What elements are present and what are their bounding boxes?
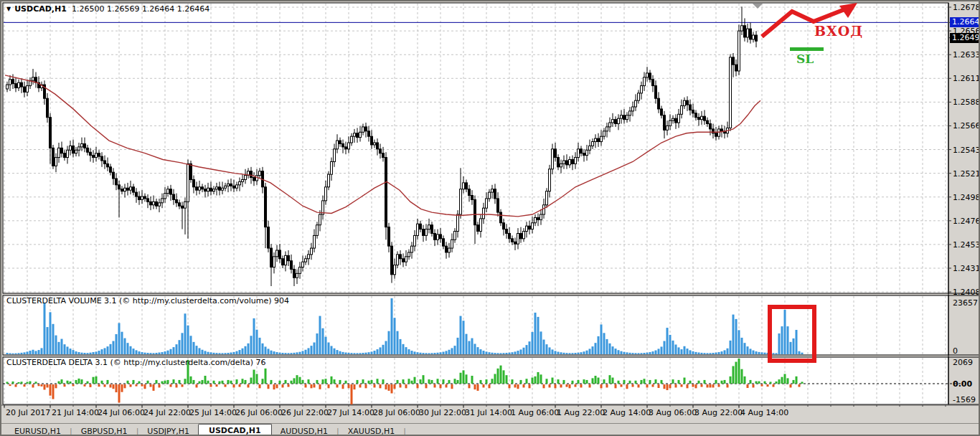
symbol-tab-bar[interactable]: EURUSD,H1|GBPUSD,H1|USDJPY,H1USDCAD,H1AU…	[1, 423, 979, 436]
tab-xauusd-h1[interactable]: XAUUSD,H1	[339, 425, 403, 436]
price-axis-label: 1.24760	[953, 216, 980, 225]
time-axis-label: 24 Jul 22:00	[143, 409, 191, 417]
stop-loss-annotation-label[interactable]: SL	[796, 52, 814, 66]
tab-usdcad-h1[interactable]: USDCAD,H1	[198, 424, 272, 436]
volume-axis-max-label: 23657	[953, 298, 978, 308]
price-axis-label: 1.24310	[953, 264, 980, 273]
chart-svg	[1, 1, 980, 436]
price-axis-label: 1.26785	[953, 3, 980, 12]
tab-separator: |	[403, 427, 406, 436]
time-axis-label: 3 Aug 22:00	[694, 409, 743, 417]
stop-loss-line[interactable]	[790, 47, 824, 51]
last-price-box: 1.26495	[950, 33, 980, 43]
volume-indicator-label: CLUSTERDELTA VOLUME 3.1 (© http://my.clu…	[6, 297, 289, 305]
time-axis-label: 30 Jul 22:00	[419, 409, 466, 417]
symbol-label: USDCAD,H1	[14, 4, 67, 14]
price-axis-label: 1.25660	[953, 121, 980, 131]
time-axis-label: 27 Jul 14:00	[327, 409, 374, 417]
symbol-dropdown-icon[interactable]: ▼	[6, 6, 11, 12]
time-axis-label: 20 Jul 2017	[6, 409, 50, 417]
chart-window: ▼USDCAD,H1 1.26500 1.26569 1.26464 1.264…	[0, 0, 980, 436]
tab-audusd-h1[interactable]: AUDUSD,H1	[272, 425, 336, 436]
time-axis-label: 4 Aug 14:00	[740, 409, 788, 417]
tab-gbpusd-h1[interactable]: GBPUSD,H1	[72, 425, 136, 436]
time-axis-label: 1 Aug 06:00	[511, 409, 559, 417]
tab-eurusd-h1[interactable]: EURUSD,H1	[6, 425, 70, 436]
time-axis-label: 2 Aug 14:00	[603, 409, 651, 417]
price-axis-label: 1.26335	[953, 50, 980, 60]
tab-usdjpy-h1[interactable]: USDJPY,H1	[138, 425, 198, 436]
price-axis-label: 1.25885	[953, 98, 980, 107]
price-axis-label: 1.26110	[953, 74, 980, 83]
price-axis-label: 1.24535	[953, 240, 980, 249]
time-axis-label: 21 Jul 14:00	[52, 409, 99, 417]
price-axis-label: 1.25210	[953, 169, 980, 178]
entry-annotation-label[interactable]: ВХОД	[814, 23, 863, 39]
price-axis-label: 1.24085	[953, 288, 980, 297]
delta-axis-zero-label: 0.00	[953, 379, 972, 389]
delta-indicator-label: CLUSTERDELTA DELTA 3.1 (© http://my.clus…	[6, 359, 266, 367]
time-axis-label: 25 Jul 14:00	[189, 409, 237, 417]
main-pane[interactable]	[3, 3, 948, 293]
time-axis-label: 1 Aug 22:00	[557, 409, 605, 417]
volume-axis-zero-label: 0	[953, 346, 958, 356]
chart-title: ▼USDCAD,H1 1.26500 1.26569 1.26464 1.264…	[6, 4, 209, 14]
chart-canvas[interactable]	[1, 1, 980, 436]
time-axis-label: 26 Jul 06:00	[235, 409, 283, 417]
time-axis-label: 26 Jul 22:00	[281, 409, 329, 417]
price-axis-label: 1.24985	[953, 192, 980, 202]
time-axis-label: 28 Jul 06:00	[373, 409, 420, 417]
delta-axis-min-label: -1569	[953, 395, 976, 404]
delta-axis-max-label: 2069	[953, 358, 973, 367]
time-axis-label: 24 Jul 06:00	[98, 409, 145, 417]
price-axis-label: 1.25435	[953, 145, 980, 154]
time-axis-label: 31 Jul 14:00	[465, 409, 512, 417]
time-axis-label: 3 Aug 06:00	[649, 409, 697, 417]
ohlc-values: 1.26500 1.26569 1.26464 1.26464	[72, 4, 209, 14]
